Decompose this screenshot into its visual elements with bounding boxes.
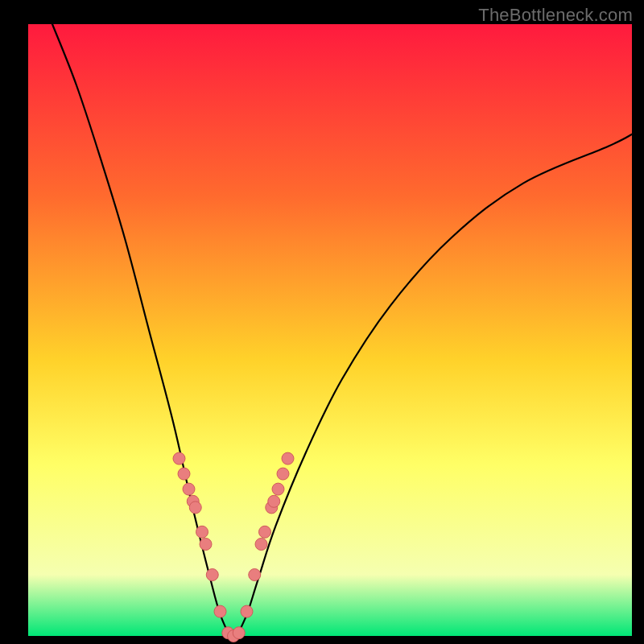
dot bbox=[233, 627, 245, 639]
chart-stage: TheBottleneck.com bbox=[0, 0, 644, 644]
dot bbox=[183, 483, 195, 495]
dot bbox=[268, 495, 280, 507]
dot bbox=[206, 569, 218, 581]
watermark-text: TheBottleneck.com bbox=[478, 5, 633, 26]
dot bbox=[178, 468, 190, 480]
dot bbox=[259, 526, 271, 538]
dot bbox=[241, 605, 253, 617]
dot bbox=[277, 468, 289, 480]
dot bbox=[249, 569, 261, 581]
plot-background bbox=[28, 24, 632, 636]
dot bbox=[200, 539, 212, 551]
dot bbox=[272, 483, 284, 495]
dot bbox=[173, 452, 185, 464]
dot bbox=[189, 502, 201, 514]
dot bbox=[282, 452, 294, 464]
dot bbox=[196, 526, 208, 538]
bottleneck-chart bbox=[0, 0, 644, 644]
dot bbox=[255, 539, 267, 551]
dot bbox=[214, 605, 226, 617]
